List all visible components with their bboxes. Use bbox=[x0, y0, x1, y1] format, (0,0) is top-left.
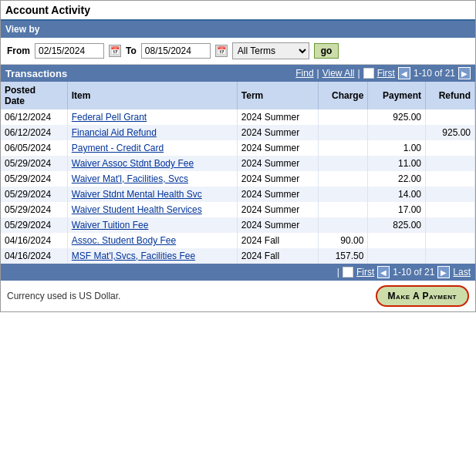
next-page-button[interactable]: ▶ bbox=[458, 67, 471, 79]
cell-term: 2024 Summer bbox=[237, 171, 319, 187]
cell-term: 2024 Summer bbox=[237, 217, 319, 233]
bottom-first-label[interactable]: First bbox=[356, 267, 374, 278]
cell-item[interactable]: Waiver Tuition Fee bbox=[67, 217, 237, 233]
cell-date: 04/16/2024 bbox=[1, 233, 67, 248]
footer: Currency used is US Dollar. Make A Payme… bbox=[1, 281, 475, 311]
cell-refund bbox=[425, 248, 474, 264]
cell-charge bbox=[319, 187, 368, 202]
currency-note: Currency used is US Dollar. bbox=[7, 291, 120, 301]
from-date-input[interactable] bbox=[35, 43, 104, 59]
cell-payment bbox=[368, 125, 426, 140]
cell-refund bbox=[425, 156, 474, 171]
cell-charge bbox=[319, 109, 368, 125]
col-posted-date: PostedDate bbox=[1, 82, 67, 109]
cell-payment: 17.00 bbox=[368, 202, 426, 217]
transactions-controls: Find | View All | First ◀ 1-10 of 21 ▶ bbox=[295, 67, 471, 79]
cell-date: 05/29/2024 bbox=[1, 202, 67, 217]
cell-payment: 22.00 bbox=[368, 171, 426, 187]
cell-refund bbox=[425, 171, 474, 187]
bottom-prev-button[interactable]: ◀ bbox=[377, 266, 390, 278]
account-activity-app: Account Activity View by From 📅 To 📅 All… bbox=[0, 0, 476, 312]
from-label: From bbox=[7, 45, 30, 56]
cell-payment: 925.00 bbox=[368, 109, 426, 125]
cell-item[interactable]: Waiver Assoc Stdnt Body Fee bbox=[67, 156, 237, 171]
cell-item[interactable]: Federal Pell Grant bbox=[67, 109, 237, 125]
cell-payment: 825.00 bbox=[368, 217, 426, 233]
cell-payment bbox=[368, 248, 426, 264]
cell-term: 2024 Summer bbox=[237, 109, 319, 125]
transactions-header: Transactions Find | View All | First ◀ 1… bbox=[1, 65, 475, 82]
table-row: 04/16/2024MSF Mat'l,Svcs, Facilities Fee… bbox=[1, 248, 475, 264]
to-label: To bbox=[126, 45, 137, 56]
title-bar: Account Activity bbox=[1, 1, 475, 21]
cell-item[interactable]: Waiver Student Health Services bbox=[67, 202, 237, 217]
cell-charge bbox=[319, 140, 368, 156]
cell-item[interactable]: Financial Aid Refund bbox=[67, 125, 237, 140]
table-row: 06/12/2024Financial Aid Refund2024 Summe… bbox=[1, 125, 475, 140]
cell-charge bbox=[319, 202, 368, 217]
cell-charge bbox=[319, 156, 368, 171]
filter-row: From 📅 To 📅 All Terms2024 Summer2024 Fal… bbox=[1, 38, 475, 65]
cell-date: 06/05/2024 bbox=[1, 140, 67, 156]
cell-term: 2024 Fall bbox=[237, 248, 319, 264]
page-title: Account Activity bbox=[5, 4, 471, 16]
cell-payment: 11.00 bbox=[368, 156, 426, 171]
transactions-table: PostedDate Item Term Charge Payment Refu… bbox=[1, 82, 475, 264]
col-payment: Payment bbox=[368, 82, 426, 109]
table-row: 06/05/2024Payment - Credit Card2024 Summ… bbox=[1, 140, 475, 156]
cell-refund bbox=[425, 202, 474, 217]
find-link[interactable]: Find bbox=[295, 68, 313, 79]
table-row: 05/29/2024Waiver Tuition Fee2024 Summer8… bbox=[1, 217, 475, 233]
cell-payment: 1.00 bbox=[368, 140, 426, 156]
cell-date: 05/29/2024 bbox=[1, 187, 67, 202]
cell-refund bbox=[425, 233, 474, 248]
cell-charge bbox=[319, 125, 368, 140]
cell-refund bbox=[425, 217, 474, 233]
cell-item[interactable]: Waiver Mat'l, Facilities, Svcs bbox=[67, 171, 237, 187]
cell-term: 2024 Summer bbox=[237, 156, 319, 171]
cell-charge bbox=[319, 217, 368, 233]
terms-select[interactable]: All Terms2024 Summer2024 Fall2024 Spring bbox=[232, 42, 309, 59]
cell-item[interactable]: Payment - Credit Card bbox=[67, 140, 237, 156]
go-button[interactable]: go bbox=[314, 43, 339, 59]
table-row: 04/16/2024Assoc. Student Body Fee2024 Fa… bbox=[1, 233, 475, 248]
to-date-input[interactable] bbox=[141, 43, 211, 59]
col-charge: Charge bbox=[319, 82, 368, 109]
cell-date: 06/12/2024 bbox=[1, 125, 67, 140]
viewby-section: View by bbox=[1, 21, 475, 38]
cell-term: 2024 Summer bbox=[237, 202, 319, 217]
first-label[interactable]: First bbox=[377, 68, 395, 79]
to-calendar-icon[interactable]: 📅 bbox=[215, 45, 228, 57]
cell-charge bbox=[319, 171, 368, 187]
export-icon[interactable] bbox=[363, 68, 374, 79]
cell-date: 05/29/2024 bbox=[1, 217, 67, 233]
bottom-next-button[interactable]: ▶ bbox=[437, 266, 450, 278]
make-payment-button[interactable]: Make A Payment bbox=[376, 285, 469, 307]
cell-refund bbox=[425, 140, 474, 156]
bottom-nav: | First ◀ 1-10 of 21 ▶ Last bbox=[1, 264, 475, 281]
col-item: Item bbox=[67, 82, 237, 109]
cell-date: 05/29/2024 bbox=[1, 171, 67, 187]
col-term: Term bbox=[237, 82, 319, 109]
cell-item[interactable]: Assoc. Student Body Fee bbox=[67, 233, 237, 248]
bottom-export-icon[interactable] bbox=[343, 267, 353, 278]
cell-item[interactable]: Waiver Stdnt Mental Health Svc bbox=[67, 187, 237, 202]
cell-charge: 157.50 bbox=[319, 248, 368, 264]
from-calendar-icon[interactable]: 📅 bbox=[109, 45, 121, 57]
cell-term: 2024 Summer bbox=[237, 187, 319, 202]
cell-date: 06/12/2024 bbox=[1, 109, 67, 125]
cell-charge: 90.00 bbox=[319, 233, 368, 248]
table-row: 06/12/2024Federal Pell Grant2024 Summer9… bbox=[1, 109, 475, 125]
last-link[interactable]: Last bbox=[453, 267, 471, 278]
cell-term: 2024 Summer bbox=[237, 140, 319, 156]
bottom-pagination: 1-10 of 21 bbox=[393, 267, 434, 278]
prev-page-button[interactable]: ◀ bbox=[398, 67, 410, 79]
table-row: 05/29/2024Waiver Stdnt Mental Health Svc… bbox=[1, 187, 475, 202]
cell-refund bbox=[425, 187, 474, 202]
viewby-label: View by bbox=[5, 24, 39, 35]
viewall-link[interactable]: View All bbox=[322, 68, 355, 79]
table-row: 05/29/2024Waiver Student Health Services… bbox=[1, 202, 475, 217]
pagination-info: 1-10 of 21 bbox=[414, 68, 455, 79]
cell-term: 2024 Summer bbox=[237, 125, 319, 140]
cell-item[interactable]: MSF Mat'l,Svcs, Facilities Fee bbox=[67, 248, 237, 264]
